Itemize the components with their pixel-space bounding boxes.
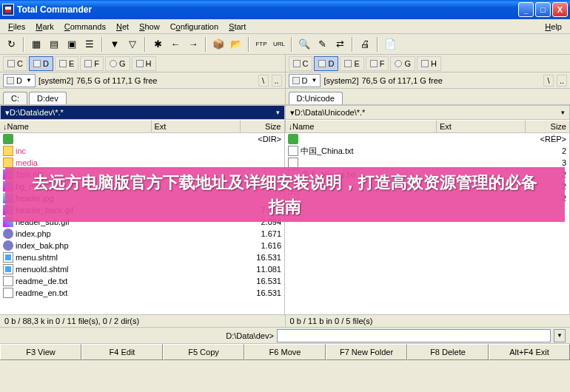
file-name: menu.shtml (16, 253, 151, 262)
url-button[interactable]: URL (271, 36, 287, 53)
right-drive-f[interactable]: F (366, 56, 389, 71)
left-col-ext[interactable]: Ext (152, 120, 241, 132)
right-drive-d[interactable]: D (314, 56, 338, 71)
app-icon (2, 4, 14, 16)
left-drive-g[interactable]: G (105, 56, 130, 71)
right-col-size[interactable]: Size (526, 120, 570, 132)
altf4-exit[interactable]: Alt+F4 Exit (489, 344, 570, 360)
forward-button[interactable]: → (185, 36, 201, 53)
file-size: 2 (525, 146, 566, 155)
dir-icon (3, 158, 13, 168)
unpack-button[interactable]: 📂 (228, 36, 244, 53)
search-button[interactable]: 🔍 (296, 36, 312, 53)
html-icon (3, 264, 13, 274)
view-tree-button[interactable]: ☰ (81, 36, 98, 53)
left-col-name[interactable]: ↓Name (0, 120, 152, 132)
file-row[interactable]: menu.shtml16.531 (0, 251, 284, 263)
f5-copy[interactable]: F5 Copy (163, 344, 244, 360)
file-size: 3 (525, 158, 566, 167)
right-up-button[interactable]: .. (557, 75, 567, 87)
right-root-button[interactable]: \ (543, 75, 554, 87)
view-brief-button[interactable]: ▦ (28, 36, 44, 53)
right-status: 0 b / 11 b in 0 / 5 file(s) (286, 315, 571, 327)
left-drive-h[interactable]: H (132, 56, 156, 71)
f6-move[interactable]: F6 Move (244, 344, 326, 360)
right-file-panel[interactable]: <RÉP>中国_China.txt23房子_House.txt222 (285, 133, 570, 314)
file-row[interactable]: 中国_China.txt2 (285, 145, 569, 157)
window-controls: _ □ X (518, 2, 568, 17)
overlay-banner: 去远方电脑版官方下载地址及详细安装说明，打造高效资源管理的必备指南 (5, 167, 565, 222)
view-thumbs-button[interactable]: ▣ (64, 36, 80, 53)
back-button[interactable]: ← (167, 36, 184, 53)
menu-help[interactable]: Help (540, 21, 567, 33)
left-drive-d[interactable]: D (29, 56, 53, 71)
left-up-button[interactable]: .. (272, 75, 282, 87)
rename-button[interactable]: ✎ (314, 36, 330, 53)
right-tabs: D:Unicode (286, 89, 571, 104)
sync-button[interactable]: ⇄ (332, 36, 348, 53)
print-button[interactable]: 🖨 (357, 36, 373, 53)
notepad-button[interactable]: 📄 (382, 36, 398, 53)
left-root-button[interactable]: \ (258, 75, 269, 87)
menu-start[interactable]: Start (224, 21, 251, 33)
file-row[interactable]: index_bak.php1.616 (0, 240, 284, 251)
file-size: 1.671 (240, 229, 281, 238)
close-button[interactable]: X (552, 2, 568, 17)
left-columns: ↓Name Ext Size (0, 120, 286, 133)
menu-files[interactable]: Files (3, 21, 30, 33)
menu-net[interactable]: Net (111, 21, 134, 33)
menu-commands[interactable]: Commands (59, 21, 111, 33)
f7-newfolder[interactable]: F7 New Folder (326, 344, 407, 360)
menu-mark[interactable]: Mark (30, 21, 58, 33)
file-row[interactable]: <DIR> (0, 133, 284, 145)
php-icon (3, 229, 13, 239)
f3-view[interactable]: F3 View (0, 344, 81, 360)
sort-name-button[interactable]: ▼ (107, 36, 123, 53)
left-tab-1[interactable]: D:dev (29, 92, 67, 104)
pack-button[interactable]: 📦 (210, 36, 227, 53)
menu-show[interactable]: Show (134, 21, 165, 33)
left-col-size[interactable]: Size (241, 120, 285, 132)
right-drive-select[interactable]: D▼ (289, 74, 321, 87)
file-name: index.php (16, 229, 151, 238)
minimize-button[interactable]: _ (518, 2, 534, 17)
right-col-name[interactable]: ↓Name (286, 120, 437, 132)
file-row[interactable]: inc (0, 145, 284, 157)
file-name: inc (16, 146, 151, 155)
up-icon (3, 134, 13, 144)
ftp-button[interactable]: FTP (253, 36, 269, 53)
dir-icon (3, 146, 13, 156)
right-drive-g[interactable]: G (390, 56, 415, 71)
file-row[interactable]: readme_en.txt16.531 (0, 287, 284, 299)
menu-configuration[interactable]: Configuration (165, 21, 224, 33)
sort-ext-button[interactable]: ▽ (124, 36, 141, 53)
left-drive-f[interactable]: F (80, 56, 104, 71)
refresh-button[interactable]: ↻ (3, 36, 19, 53)
maximize-button[interactable]: □ (535, 2, 551, 17)
view-full-button[interactable]: ▤ (46, 36, 62, 53)
file-row[interactable]: menuold.shtml11.081 (0, 263, 284, 275)
command-dropdown[interactable]: ▼ (554, 329, 566, 342)
file-name: menuold.shtml (16, 265, 151, 274)
right-drive-e[interactable]: E (340, 56, 363, 71)
left-file-panel[interactable]: <DIR>incmedia1pix.gifbg_main.jpgheader.j… (0, 133, 285, 314)
file-row[interactable]: index.php1.671 (0, 228, 284, 240)
left-drive-select[interactable]: D▼ (3, 74, 36, 87)
left-drive-c[interactable]: C (3, 56, 27, 71)
left-drive-e[interactable]: E (55, 56, 78, 71)
left-tab-0[interactable]: C: (3, 92, 27, 104)
title-bar: Total Commander _ □ X (0, 0, 570, 19)
file-row[interactable]: readme_de.txt16.531 (0, 275, 284, 287)
f8-delete[interactable]: F8 Delete (407, 344, 489, 360)
right-col-ext[interactable]: Ext (437, 120, 526, 132)
select-button[interactable]: ✱ (150, 36, 166, 53)
left-path[interactable]: ▾D:\Data\dev\*.*▾ (0, 105, 285, 120)
right-drive-c[interactable]: C (289, 56, 313, 71)
right-path[interactable]: ▾D:\Data\Unicode\*.*▾ (285, 105, 570, 120)
command-input[interactable] (277, 329, 551, 342)
path-row: ▾D:\Data\dev\*.*▾ ▾D:\Data\Unicode\*.*▾ (0, 105, 570, 120)
file-row[interactable]: <RÉP> (285, 133, 569, 145)
right-tab-0[interactable]: D:Unicode (289, 92, 343, 104)
right-drive-h[interactable]: H (417, 56, 441, 71)
f4-edit[interactable]: F4 Edit (81, 344, 163, 360)
